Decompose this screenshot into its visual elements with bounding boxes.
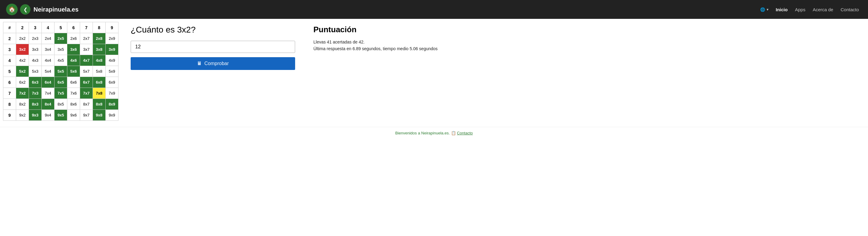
cell-6-7[interactable]: 6x7 bbox=[80, 77, 93, 88]
cell-5-9[interactable]: 5x9 bbox=[106, 66, 119, 77]
main-content: # 2 3 4 5 6 7 8 9 22x22x32x42x52x62x72x8… bbox=[0, 19, 868, 121]
cell-5-5[interactable]: 5x5 bbox=[55, 66, 67, 77]
cell-5-2[interactable]: 5x2 bbox=[16, 66, 29, 77]
cell-6-5[interactable]: 6x5 bbox=[55, 77, 67, 88]
back-button[interactable]: ❮ bbox=[20, 4, 30, 14]
cell-5-4[interactable]: 5x4 bbox=[42, 66, 55, 77]
cell-8-3[interactable]: 8x3 bbox=[29, 99, 42, 110]
cell-4-9[interactable]: 4x9 bbox=[106, 55, 119, 66]
cell-2-5[interactable]: 2x5 bbox=[55, 33, 67, 44]
calculator-icon: 🖩 bbox=[197, 61, 202, 66]
cell-4-7[interactable]: 4x7 bbox=[80, 55, 93, 66]
cell-9-5[interactable]: 9x5 bbox=[55, 110, 67, 121]
cell-8-5[interactable]: 8x5 bbox=[55, 99, 67, 110]
cell-6-8[interactable]: 6x8 bbox=[93, 77, 106, 88]
cell-5-6[interactable]: 5x6 bbox=[67, 66, 80, 77]
cell-9-4[interactable]: 9x4 bbox=[42, 110, 55, 121]
cell-2-7[interactable]: 2x7 bbox=[80, 33, 93, 44]
cell-7-2[interactable]: 7x2 bbox=[16, 88, 29, 99]
footer-icon: 📋 bbox=[451, 131, 457, 135]
navbar: 🏠 ❮ Neirapinuela.es 🌐 ▼ Inicio Apps Acer… bbox=[0, 0, 868, 19]
cell-2-4[interactable]: 2x4 bbox=[42, 33, 55, 44]
cell-7-5[interactable]: 7x5 bbox=[55, 88, 67, 99]
cell-8-7[interactable]: 8x7 bbox=[80, 99, 93, 110]
cell-3-5[interactable]: 3x5 bbox=[55, 44, 67, 55]
cell-3-4[interactable]: 3x4 bbox=[42, 44, 55, 55]
cell-9-7[interactable]: 9x7 bbox=[80, 110, 93, 121]
table-row: 44x24x34x44x54x64x74x84x9 bbox=[3, 55, 119, 66]
home-icon: 🏠 bbox=[8, 6, 15, 13]
cell-7-8[interactable]: 7x8 bbox=[93, 88, 106, 99]
cell-6-2[interactable]: 6x2 bbox=[16, 77, 29, 88]
row-header-9: 9 bbox=[3, 110, 16, 121]
cell-7-7[interactable]: 7x7 bbox=[80, 88, 93, 99]
table-row: 55x25x35x45x55x65x75x85x9 bbox=[3, 66, 119, 77]
cell-2-9[interactable]: 2x9 bbox=[106, 33, 119, 44]
cell-4-6[interactable]: 4x6 bbox=[67, 55, 80, 66]
cell-9-2[interactable]: 9x2 bbox=[16, 110, 29, 121]
cell-7-6[interactable]: 7x6 bbox=[67, 88, 80, 99]
cell-7-4[interactable]: 7x4 bbox=[42, 88, 55, 99]
translate-button[interactable]: 🌐 ▼ bbox=[758, 5, 771, 14]
cell-4-8[interactable]: 4x8 bbox=[93, 55, 106, 66]
cell-4-3[interactable]: 4x3 bbox=[29, 55, 42, 66]
col-header-7: 7 bbox=[80, 22, 93, 33]
row-header-6: 6 bbox=[3, 77, 16, 88]
cell-9-3[interactable]: 9x3 bbox=[29, 110, 42, 121]
cell-7-3[interactable]: 7x3 bbox=[29, 88, 42, 99]
answer-input[interactable] bbox=[131, 41, 295, 53]
row-header-4: 4 bbox=[3, 55, 16, 66]
translate-icon: 🌐 bbox=[760, 7, 765, 12]
check-button-label: Comprobar bbox=[204, 61, 229, 66]
table-row: 99x29x39x49x59x69x79x89x9 bbox=[3, 110, 119, 121]
cell-2-2[interactable]: 2x2 bbox=[16, 33, 29, 44]
nav-link-acerca[interactable]: Acerca de bbox=[809, 5, 836, 14]
cell-7-9[interactable]: 7x9 bbox=[106, 88, 119, 99]
table-row: 88x28x38x48x58x68x78x88x9 bbox=[3, 99, 119, 110]
cell-2-8[interactable]: 2x8 bbox=[93, 33, 106, 44]
cell-8-8[interactable]: 8x8 bbox=[93, 99, 106, 110]
footer-contact-link[interactable]: Contacto bbox=[457, 131, 473, 135]
multiplication-table: # 2 3 4 5 6 7 8 9 22x22x32x42x52x62x72x8… bbox=[3, 22, 119, 121]
table-row: 22x22x32x42x52x62x72x82x9 bbox=[3, 33, 119, 44]
site-title: Neirapinuela.es bbox=[33, 6, 758, 13]
cell-2-6[interactable]: 2x6 bbox=[67, 33, 80, 44]
back-icon: ❮ bbox=[24, 7, 27, 12]
cell-2-3[interactable]: 2x3 bbox=[29, 33, 42, 44]
cell-8-4[interactable]: 8x4 bbox=[42, 99, 55, 110]
cell-3-9[interactable]: 3x9 bbox=[106, 44, 119, 55]
col-header-9: 9 bbox=[106, 22, 119, 33]
cell-6-9[interactable]: 6x9 bbox=[106, 77, 119, 88]
nav-link-contacto[interactable]: Contacto bbox=[838, 5, 862, 14]
col-header-8: 8 bbox=[93, 22, 106, 33]
cell-8-2[interactable]: 8x2 bbox=[16, 99, 29, 110]
cell-6-3[interactable]: 6x3 bbox=[29, 77, 42, 88]
col-header-5: 5 bbox=[55, 22, 67, 33]
cell-3-3[interactable]: 3x3 bbox=[29, 44, 42, 55]
cell-9-8[interactable]: 9x8 bbox=[93, 110, 106, 121]
cell-9-6[interactable]: 9x6 bbox=[67, 110, 80, 121]
cell-9-9[interactable]: 9x9 bbox=[106, 110, 119, 121]
cell-3-7[interactable]: 3x7 bbox=[80, 44, 93, 55]
cell-6-6[interactable]: 6x6 bbox=[67, 77, 80, 88]
cell-4-2[interactable]: 4x2 bbox=[16, 55, 29, 66]
cell-3-2[interactable]: 3x2 bbox=[16, 44, 29, 55]
score-line1: Llevas 41 acertadas de 42. bbox=[313, 39, 859, 45]
check-button[interactable]: 🖩 Comprobar bbox=[131, 57, 295, 70]
cell-8-9[interactable]: 8x9 bbox=[106, 99, 119, 110]
cell-3-6[interactable]: 3x6 bbox=[67, 44, 80, 55]
home-button[interactable]: 🏠 bbox=[6, 4, 18, 15]
cell-5-8[interactable]: 5x8 bbox=[93, 66, 106, 77]
cell-5-3[interactable]: 5x3 bbox=[29, 66, 42, 77]
cell-4-4[interactable]: 4x4 bbox=[42, 55, 55, 66]
cell-8-6[interactable]: 8x6 bbox=[67, 99, 80, 110]
row-header-8: 8 bbox=[3, 99, 16, 110]
cell-4-5[interactable]: 4x5 bbox=[55, 55, 67, 66]
row-header-2: 2 bbox=[3, 33, 16, 44]
cell-3-8[interactable]: 3x8 bbox=[93, 44, 106, 55]
cell-5-7[interactable]: 5x7 bbox=[80, 66, 93, 77]
nav-link-apps[interactable]: Apps bbox=[792, 5, 808, 14]
cell-6-4[interactable]: 6x4 bbox=[42, 77, 55, 88]
nav-link-inicio[interactable]: Inicio bbox=[773, 5, 790, 14]
translate-chevron-icon: ▼ bbox=[766, 8, 769, 11]
